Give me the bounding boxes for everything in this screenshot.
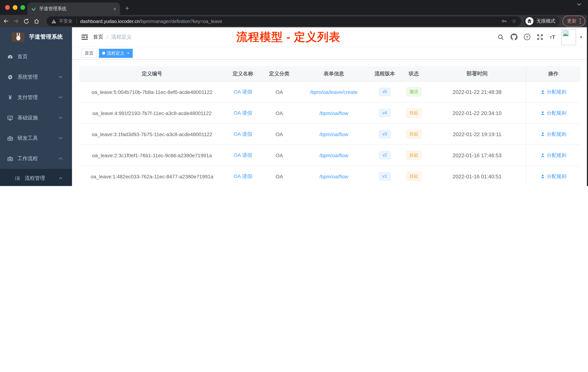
form-link[interactable]: /bpm/oa/flow — [319, 152, 348, 158]
form-link[interactable]: /bpm/oa/flow — [319, 131, 348, 137]
table-row: oa_leave:3:1fad3d93-7b75-11ec-a3c8-acde4… — [79, 124, 580, 145]
list-icon — [15, 175, 20, 181]
sidebar-item-label: 首页 — [17, 54, 28, 60]
search-icon[interactable] — [497, 33, 504, 40]
url-divider — [76, 19, 76, 24]
column-header: 定义编号 — [79, 70, 225, 77]
breadcrumb: 首页 / 流程定义 — [93, 34, 132, 40]
not-secure-warning-icon — [51, 19, 56, 23]
new-tab-button[interactable]: + — [125, 4, 129, 12]
status-badge: 挂起 — [406, 109, 421, 118]
app-logo[interactable]: 芋道管理系统 — [0, 27, 72, 47]
tab-close-icon[interactable]: × — [113, 6, 116, 11]
monitor-icon — [7, 115, 13, 121]
reload-icon[interactable] — [23, 18, 33, 24]
tag-process-definition[interactable]: 流程定义 × — [99, 49, 133, 58]
definition-id: oa_leave:5:004b710b-7b8a-11ec-8ef0-acde4… — [79, 89, 225, 95]
browser-menu-icon[interactable] — [580, 19, 581, 24]
definition-name-link[interactable]: OA 请假 — [234, 131, 252, 137]
definition-name-link[interactable]: OA 请假 — [234, 110, 252, 116]
browser-tabstrip: 芋道管理系统 × + — [0, 0, 588, 15]
update-button[interactable]: 更新 — [563, 16, 585, 27]
forward-icon[interactable] — [13, 18, 23, 24]
svg-text:?: ? — [526, 35, 528, 39]
sidebar-item-system[interactable]: 系统管理 — [0, 67, 72, 87]
sidebar: 芋道管理系统 首页 系统管理 ¥ — [0, 27, 72, 186]
assign-rule-button[interactable]: 分配规则 — [540, 173, 566, 180]
sidebar-item-process-management[interactable]: 流程管理 — [0, 169, 72, 186]
sidebar-item-label: 工作流程 — [17, 155, 38, 162]
version-badge: v3 — [379, 130, 390, 138]
home-icon[interactable] — [33, 18, 44, 24]
content-area: 定义编号 定义名称 定义分类 表单信息 流程版本 状态 部署时间 操作 oa_l… — [72, 60, 588, 186]
definition-name-link[interactable]: OA 请假 — [234, 152, 252, 158]
assign-rule-button[interactable]: 分配规则 — [540, 131, 566, 137]
annotation-title: 流程模型 - 定义列表 — [236, 30, 341, 45]
chevron-down-icon — [59, 137, 63, 139]
bookmark-star-icon[interactable]: ☆ — [512, 18, 516, 24]
chevron-up-icon — [59, 177, 63, 179]
font-size-icon[interactable]: TT — [550, 34, 555, 40]
hamburger-collapse-icon[interactable] — [81, 33, 88, 41]
version-badge: v1 — [379, 172, 390, 181]
sidebar-item-home[interactable]: 首页 — [0, 47, 72, 67]
form-link[interactable]: /bpm/oa/leave/create — [310, 89, 358, 95]
table-row: oa_leave:1:482ec033-762a-11ec-8477-a2380… — [79, 166, 580, 186]
sidebar-item-dev-tools[interactable]: 研发工具 — [0, 128, 72, 149]
table-row: oa_leave:2:3c1f0ef1-76b1-11ec-9c66-a2380… — [79, 145, 580, 166]
definition-id: oa_leave:4:991f2193-7b7f-11ec-a3c8-acde4… — [79, 110, 225, 116]
column-header: 状态 — [399, 70, 428, 77]
github-icon[interactable] — [510, 33, 517, 40]
column-header-actions: 操作 — [526, 66, 580, 81]
form-link[interactable]: /bpm/oa/flow — [319, 110, 348, 116]
breadcrumb-home[interactable]: 首页 — [93, 34, 103, 40]
deploy-time: 2022-01-16 17:46:53 — [428, 152, 526, 158]
back-icon[interactable] — [3, 18, 13, 24]
chevron-down-icon — [59, 96, 63, 99]
workflow-submenu: 流程管理 流程表单 用户分组 — [0, 169, 72, 186]
browser-tab[interactable]: 芋道管理系统 × — [27, 2, 120, 15]
zoom-window-button[interactable] — [20, 5, 25, 10]
definition-name-link[interactable]: OA 请假 — [234, 173, 252, 179]
deploy-time: 2022-01-22 20:34:10 — [428, 110, 526, 116]
form-link[interactable]: /bpm/oa/flow — [319, 174, 348, 179]
password-key-icon[interactable] — [501, 18, 507, 24]
definition-name-link[interactable]: OA 请假 — [234, 89, 252, 94]
tag-home[interactable]: 首页 — [82, 49, 97, 58]
sidebar-item-label: 系统管理 — [17, 74, 38, 80]
column-header: 表单信息 — [297, 70, 370, 77]
sidebar-item-workflow[interactable]: 工作流程 — [0, 149, 72, 169]
toolbox-icon — [7, 135, 13, 141]
incognito-spy-icon — [525, 17, 534, 25]
table-header-row: 定义编号 定义名称 定义分类 表单信息 流程版本 状态 部署时间 操作 — [79, 66, 580, 82]
table-row: oa_leave:5:004b710b-7b8a-11ec-8ef0-acde4… — [79, 82, 580, 103]
assign-rule-button[interactable]: 分配规则 — [540, 110, 566, 116]
definition-table: 定义编号 定义名称 定义分类 表单信息 流程版本 状态 部署时间 操作 oa_l… — [79, 66, 580, 186]
url-path: /bpm/manager/definition?key=oa_leave — [140, 18, 497, 24]
help-icon[interactable]: ? — [524, 33, 530, 40]
browser-toolbar: 不安全 dashboard.yudao.iocoder.cn /bpm/mana… — [0, 15, 588, 27]
tag-close-icon[interactable]: × — [127, 51, 129, 56]
dashboard-icon — [7, 54, 13, 60]
status-badge: 激活 — [406, 87, 421, 97]
close-window-button[interactable] — [5, 5, 10, 10]
definition-category: OA — [261, 89, 297, 95]
avatar-caret-icon[interactable]: ▾ — [580, 34, 582, 40]
fullscreen-icon[interactable] — [536, 33, 544, 40]
breadcrumb-separator: / — [106, 34, 108, 40]
status-badge: 挂起 — [406, 151, 421, 160]
url-bar[interactable]: 不安全 dashboard.yudao.iocoder.cn /bpm/mana… — [47, 16, 521, 26]
tab-search-chevron-icon[interactable] — [577, 3, 581, 6]
toolbox-icon — [7, 156, 13, 162]
sidebar-item-label: 研发工具 — [17, 135, 38, 142]
sidebar-item-payment[interactable]: ¥ 支付管理 — [0, 87, 72, 108]
minimize-window-button[interactable] — [13, 5, 17, 10]
avatar[interactable] — [561, 29, 576, 45]
assign-rule-button[interactable]: 分配规则 — [540, 89, 566, 95]
update-label: 更新 — [567, 18, 576, 24]
assign-rule-button[interactable]: 分配规则 — [540, 152, 566, 159]
sidebar-item-infrastructure[interactable]: 基础设施 — [0, 108, 72, 128]
page-header: 首页 / 流程定义 流程模型 - 定义列表 ? — [72, 27, 588, 47]
not-secure-label: 不安全 — [59, 18, 73, 24]
status-badge: 挂起 — [406, 130, 421, 139]
